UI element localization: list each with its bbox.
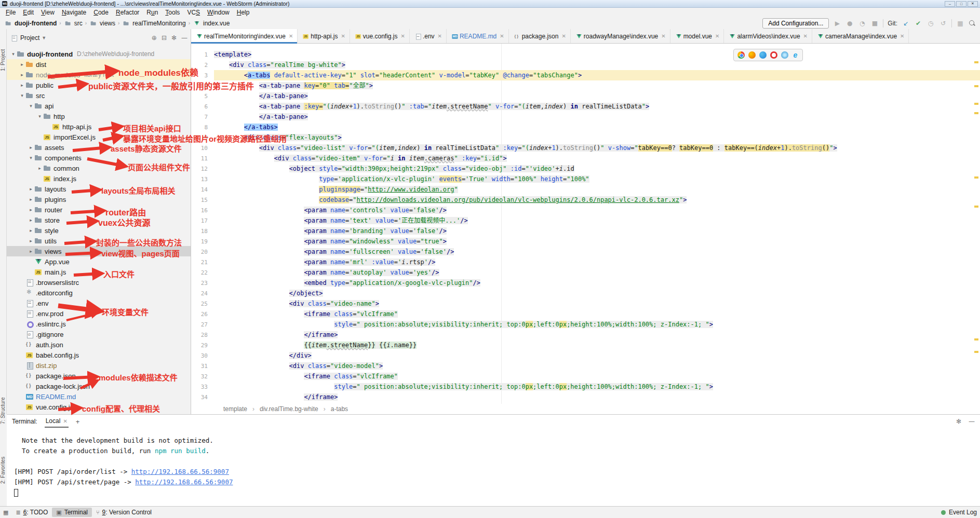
chevron-icon[interactable]: ▸: [28, 238, 34, 243]
close-icon[interactable]: ✕: [400, 33, 405, 39]
hide-panel-icon[interactable]: —: [181, 34, 187, 42]
menu-help[interactable]: Help: [233, 8, 253, 17]
minimize-icon[interactable]: –: [945, 1, 955, 7]
code-line[interactable]: 15 codebase="http://downloads.videolan.o…: [191, 195, 980, 205]
menu-vcs[interactable]: VCS: [183, 8, 204, 17]
close-icon[interactable]: ✕: [661, 33, 665, 39]
chevron-icon[interactable]: ▸: [28, 228, 34, 233]
tree-item-plugins[interactable]: ▸plugins: [7, 194, 191, 205]
tree-item-router[interactable]: ▸router: [7, 205, 191, 215]
code-line[interactable]: 31 <div class="video-model">: [191, 361, 980, 371]
tree-item-dist.zip[interactable]: dist.zip: [7, 360, 191, 371]
editor-tab[interactable]: vue.config.js✕: [350, 29, 410, 43]
tree-item-index.js[interactable]: index.js: [7, 173, 191, 184]
code-line[interactable]: 23 <embed type="application/x-google-vlc…: [191, 278, 980, 288]
code-line[interactable]: 24 </object>: [191, 288, 980, 298]
status-item-9-version-control[interactable]: ⑂9: Version Control: [92, 508, 156, 517]
tree-item-api[interactable]: ▾api: [7, 101, 191, 111]
tree-item-src[interactable]: ▾src: [7, 90, 191, 101]
search-icon[interactable]: [969, 20, 976, 27]
editor-breadcrumb-item[interactable]: template: [223, 405, 247, 413]
code-line[interactable]: 5 </a-tab-pane>: [191, 91, 980, 101]
rollback-icon[interactable]: ↺: [939, 20, 947, 27]
tool-windows-icon[interactable]: ▦: [3, 509, 8, 516]
warning-marker[interactable]: [974, 85, 978, 87]
tree-item-babel.config.js[interactable]: babel.config.js: [7, 350, 191, 360]
warning-marker[interactable]: [974, 351, 978, 353]
code-line[interactable]: 30 </div>: [191, 350, 980, 361]
gear-icon[interactable]: ✻: [956, 418, 961, 425]
code-line[interactable]: 14 pluginspage="http://www.videolan.org": [191, 184, 980, 195]
run-icon[interactable]: ▶: [833, 20, 841, 27]
chevron-icon[interactable]: ▸: [19, 83, 25, 88]
code-line[interactable]: 17 <param name='text' value='正在加载视频中...'…: [191, 215, 980, 226]
tree-item-.env.prod[interactable]: .env.prod: [7, 308, 191, 319]
terminal-link[interactable]: http://192.168.66.56:9007: [131, 468, 229, 475]
chevron-icon[interactable]: ▾: [10, 51, 17, 57]
editor-tab[interactable]: http-api.js✕: [298, 29, 350, 43]
hide-panel-icon[interactable]: —: [969, 418, 975, 425]
new-terminal-icon[interactable]: +: [76, 418, 80, 426]
editor-tab[interactable]: model.vue✕: [670, 29, 724, 43]
tree-item-.eslintrc.js[interactable]: .eslintrc.js: [7, 319, 191, 329]
code-line[interactable]: 7 </a-tab-pane>: [191, 112, 980, 122]
tree-item-.env[interactable]: .env: [7, 298, 191, 308]
project-panel-header[interactable]: Project ▼ ⊕ ⊟ ✻ —: [7, 29, 191, 47]
code-line[interactable]: 16 <param name='controls' value='false'/…: [191, 205, 980, 215]
chrome-icon[interactable]: [737, 51, 745, 59]
breadcrumb-item[interactable]: index.vue: [193, 19, 230, 28]
chevron-icon[interactable]: ▾: [28, 155, 34, 160]
editor-tab[interactable]: cameraManage\index.vue✕: [812, 29, 909, 43]
code-editor[interactable]: 1<template>2 <div class="realTime bg-whi…: [191, 44, 980, 404]
tree-item-.browserslistrc[interactable]: .browserslistrc: [7, 277, 191, 288]
chevron-icon[interactable]: ▸: [19, 72, 25, 77]
menu-view[interactable]: View: [37, 8, 58, 17]
code-line[interactable]: 29 {{item.streetName}} {{i.name}}: [191, 340, 980, 350]
menu-code[interactable]: Code: [90, 8, 112, 17]
tree-item-duoji-frontend[interactable]: ▾duoji-frontendD:\zheheWeb\duoji-fronten…: [7, 49, 191, 59]
code-line[interactable]: 9 <div class="flex-layouts">: [191, 132, 980, 143]
close-icon[interactable]: ✕: [438, 33, 442, 39]
breadcrumb-item[interactable]: duoji-frontend: [4, 19, 57, 28]
breadcrumb-item[interactable]: realTimeMonitoring: [122, 19, 185, 28]
git-commit-icon[interactable]: ✔: [914, 20, 922, 27]
terminal-tab-local[interactable]: Local ✕: [45, 415, 69, 428]
editor-breadcrumb-item[interactable]: div.realTime.bg-white: [260, 405, 318, 413]
code-line[interactable]: 4 <a-tab-pane key="0" tab="全部">: [191, 80, 980, 91]
chevron-icon[interactable]: ▸: [28, 207, 34, 212]
gear-icon[interactable]: ✻: [171, 34, 177, 42]
code-line[interactable]: 25 <div class="video-name">: [191, 298, 980, 309]
code-line[interactable]: 3 <a-tabs default-active-key="1" slot="h…: [191, 70, 980, 80]
code-line[interactable]: 18 <param name='branding' value='false'/…: [191, 226, 980, 236]
tool-button-favorites[interactable]: 2: Favorites: [0, 447, 7, 494]
menu-navigate[interactable]: Navigate: [58, 8, 90, 17]
close-icon[interactable]: ✕: [900, 33, 904, 39]
editor-breadcrumb-item[interactable]: a-tabs: [331, 405, 348, 413]
code-line[interactable]: 22 <param name='autoplay' value='yes'/>: [191, 267, 980, 278]
code-line[interactable]: 19 <param name="windowless" value="true"…: [191, 236, 980, 247]
warning-marker[interactable]: [974, 338, 978, 340]
code-line[interactable]: 26 <iframe class="vlcIframe": [191, 309, 980, 319]
edge-icon[interactable]: [759, 51, 767, 59]
code-line[interactable]: 12 <object style="width:390px;height:219…: [191, 163, 980, 174]
tree-item-main.js[interactable]: main.js: [7, 267, 191, 277]
code-line[interactable]: 33 style=" position:absolute;visibility:…: [191, 381, 980, 392]
menu-edit[interactable]: Edit: [19, 8, 37, 17]
tool-button-structure[interactable]: 7: Structure: [0, 387, 7, 434]
chevron-icon[interactable]: ▸: [28, 186, 34, 192]
code-line[interactable]: 8 </a-tabs>: [191, 122, 980, 132]
code-line[interactable]: 20 <param name='fullscreen' value='false…: [191, 247, 980, 257]
code-line[interactable]: 21 <param name='mrl' :value='i.rtsp'/>: [191, 257, 980, 267]
tree-item-package-lock.json[interactable]: package-lock.json: [7, 381, 191, 391]
status-item-terminal[interactable]: ▣Terminal: [52, 508, 92, 517]
chevron-icon[interactable]: ▸: [28, 217, 34, 223]
chevron-icon[interactable]: ▸: [28, 197, 34, 202]
warning-marker[interactable]: [974, 103, 978, 105]
warning-marker[interactable]: [974, 112, 978, 114]
safari-icon[interactable]: [781, 51, 788, 59]
debug-icon[interactable]: ●: [845, 20, 854, 27]
breadcrumb-item[interactable]: views: [89, 19, 115, 28]
tree-item-.editorconfig[interactable]: .editorconfig: [7, 288, 191, 298]
terminal-link[interactable]: http://192.168.66.56:9007: [135, 478, 233, 486]
warning-marker[interactable]: [974, 176, 978, 179]
